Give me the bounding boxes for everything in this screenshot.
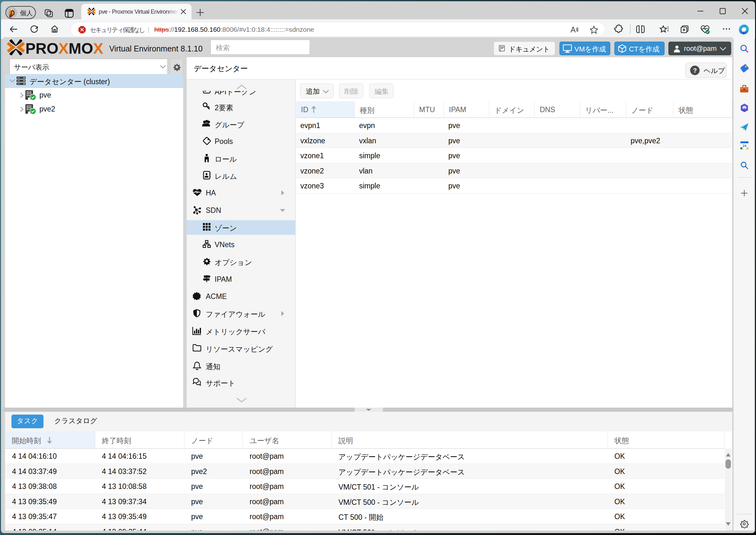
svg-text:?: ? (693, 67, 697, 74)
svg-text:24: 24 (742, 144, 746, 148)
